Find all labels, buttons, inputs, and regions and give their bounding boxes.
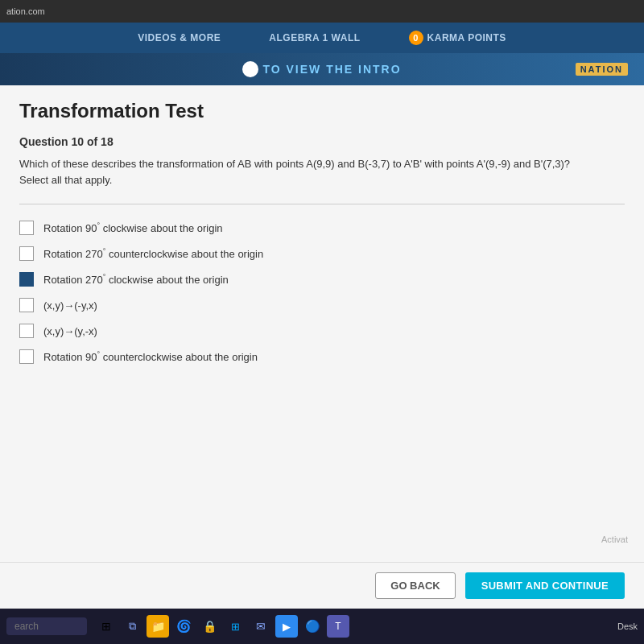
browser-url: ation.com — [6, 6, 45, 16]
question-text: Which of these describes the transformat… — [19, 156, 599, 188]
choice5-label: (x,y)→(y,-x) — [43, 325, 97, 337]
choice5-checkbox[interactable] — [19, 324, 34, 338]
banner-text: TO VIEW THE INTRO — [262, 63, 401, 76]
nav-karma[interactable]: 0 KARMA POINTS — [409, 31, 506, 45]
edge-icon[interactable]: 🌀 — [172, 615, 195, 638]
taskview-icon[interactable]: ⧉ — [121, 615, 143, 638]
divider — [19, 204, 625, 204]
choice1-checkbox[interactable] — [19, 221, 34, 235]
list-item: (x,y)→(-y,x) — [19, 298, 625, 312]
list-item: (x,y)→(y,-x) — [19, 324, 625, 338]
choice3-label: Rotation 270° clockwise about the origin — [43, 273, 229, 286]
nav-algebra[interactable]: ALGEBRA 1 WALL — [269, 32, 360, 43]
choice6-checkbox[interactable] — [19, 349, 34, 364]
banner-logo: NATION — [576, 63, 628, 76]
list-item: Rotation 90° clockwise about the origin — [19, 221, 625, 235]
list-item: Rotation 270° counterclockwise about the… — [19, 246, 625, 261]
choice1-label: Rotation 90° clockwise about the origin — [43, 221, 223, 234]
choices-list: Rotation 90° clockwise about the origin … — [19, 221, 625, 364]
activate-watermark: Activat — [601, 535, 628, 544]
choice4-checkbox[interactable] — [19, 298, 34, 312]
taskbar-icons: ⊞ ⧉ 📁 🌀 🔒 ⊞ ✉ ▶ 🔵 T — [95, 615, 349, 638]
choice6-label: Rotation 90° counterclockwise about the … — [43, 350, 258, 363]
browser-bar: ation.com — [0, 0, 644, 23]
submit-button[interactable]: SUBMIT AND CONTINUE — [465, 572, 625, 599]
scroll-area: Transformation Test Question 10 of 18 Wh… — [0, 85, 644, 562]
list-item: Rotation 270° clockwise about the origin — [19, 272, 625, 287]
lock-icon[interactable]: 🔒 — [198, 615, 221, 638]
nav-bar: VIDEOS & MORE ALGEBRA 1 WALL 0 KARMA POI… — [0, 23, 644, 53]
choice2-label: Rotation 270° counterclockwise about the… — [43, 247, 263, 260]
content-wrapper: Transformation Test Question 10 of 18 Wh… — [0, 85, 644, 609]
taskbar: ⊞ ⧉ 📁 🌀 🔒 ⊞ ✉ ▶ 🔵 T Desk — [0, 609, 644, 644]
karma-count: 0 — [409, 31, 423, 45]
page-title: Transformation Test — [19, 100, 625, 122]
choice4-label: (x,y)→(-y,x) — [43, 299, 97, 312]
taskbar-right: Desk — [617, 621, 638, 631]
teams-icon[interactable]: T — [327, 615, 349, 638]
windows-icon[interactable]: ⊞ — [95, 615, 118, 638]
go-back-button[interactable]: GO BACK — [375, 572, 455, 599]
store-icon[interactable]: ⊞ — [224, 615, 246, 638]
search-input[interactable] — [6, 617, 87, 635]
video-icon[interactable]: ▶ — [275, 615, 298, 638]
mail-icon[interactable]: ✉ — [250, 615, 272, 638]
choice2-checkbox[interactable] — [19, 246, 34, 261]
banner-icon — [242, 61, 258, 77]
chrome-icon[interactable]: 🔵 — [301, 615, 324, 638]
fileexplorer-icon[interactable]: 📁 — [147, 615, 169, 638]
question-number: Question 10 of 18 — [19, 135, 625, 148]
nav-videos[interactable]: VIDEOS & MORE — [138, 32, 221, 43]
nav-karma-label: KARMA POINTS — [427, 32, 506, 43]
content-footer: GO BACK SUBMIT AND CONTINUE — [0, 562, 644, 609]
banner: TO VIEW THE INTRO NATION — [0, 53, 644, 85]
list-item: Rotation 90° counterclockwise about the … — [19, 349, 625, 364]
choice3-checkbox[interactable] — [19, 272, 34, 287]
